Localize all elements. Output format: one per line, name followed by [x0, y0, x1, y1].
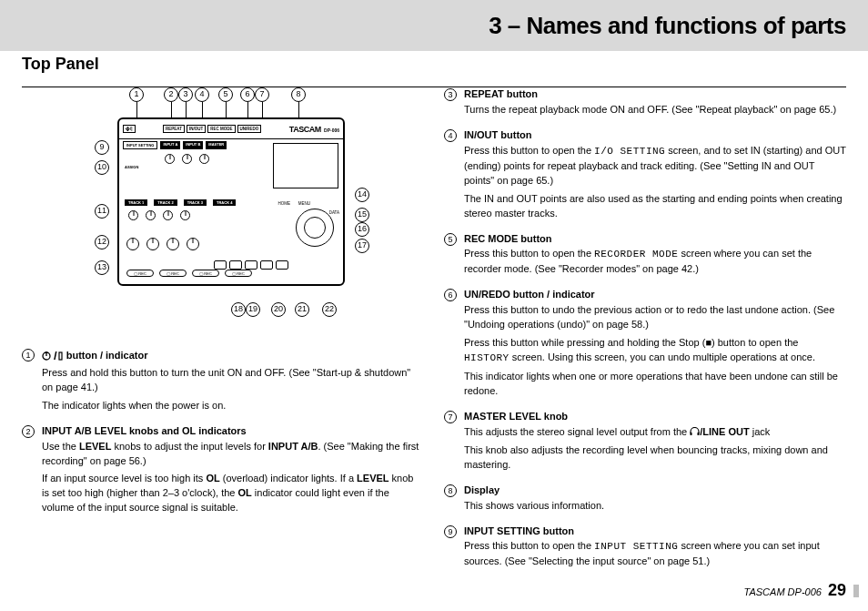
pan-knob-3	[163, 210, 173, 220]
input-b-level-knob	[182, 154, 192, 164]
item-3: 3 REPEAT button Turns the repeat playbac…	[444, 87, 846, 121]
headphone-icon	[690, 426, 700, 437]
callout-22: 22	[322, 302, 337, 317]
item-6: 6 UN/REDO button / indicator Press this …	[444, 288, 846, 402]
callout-1: 1	[129, 87, 144, 102]
svg-rect-3	[691, 433, 692, 435]
product-footer: TASCAM DP-006	[744, 586, 822, 597]
level-knob-4	[187, 238, 199, 250]
callout-18: 18	[231, 302, 246, 317]
page-footer: TASCAM DP-006 29	[744, 581, 846, 600]
unredo-btn-graphic: UN/REDO	[237, 125, 262, 133]
column-right: 3 REPEAT button Turns the repeat playbac…	[444, 87, 846, 580]
rew-btn	[214, 260, 227, 270]
item-number: 2	[22, 425, 35, 438]
item-9: 9 INPUT SETTING button Press this button…	[444, 524, 846, 574]
display-graphic	[273, 143, 338, 188]
callout-19: 19	[246, 302, 260, 317]
item-1: 1 / button / indicator Press and hold th…	[22, 348, 422, 417]
callout-10: 10	[95, 160, 109, 175]
callout-16: 16	[355, 222, 369, 237]
section-title: Top Panel	[22, 55, 868, 74]
level-knob-1	[126, 238, 139, 250]
ff-btn	[229, 260, 242, 270]
pan-knob-1	[128, 210, 138, 220]
rec-btn-3: ◯ REC	[192, 270, 219, 277]
callout-17: 17	[355, 239, 369, 253]
callout-8: 8	[291, 87, 306, 102]
item-title: INPUT A/B LEVEL knobs and OL indicators	[42, 424, 422, 439]
level-knob-3	[167, 238, 179, 250]
level-knob-2	[146, 238, 159, 250]
stop-btn	[245, 260, 257, 270]
top-panel-diagram: 1 2 3 4 5 6 7 8 9 10 11 12 13 14 15 16 1…	[49, 87, 395, 324]
callout-12: 12	[95, 235, 109, 249]
page-tab-mark	[853, 585, 859, 597]
item-para: If an input source level is too high its…	[42, 472, 422, 515]
item-2: 2 INPUT A/B LEVEL knobs and OL indicator…	[22, 424, 422, 520]
item-8: 8 Display This shows various information…	[444, 484, 846, 517]
input-a-level-knob	[165, 154, 175, 164]
chapter-header: 3 – Names and functions of parts	[0, 0, 868, 51]
item-7: 7 MASTER LEVEL knob This adjusts the ste…	[444, 410, 846, 476]
rec-btn-2: ◯ REC	[159, 270, 187, 277]
svg-rect-2	[59, 352, 62, 360]
callout-2: 2	[164, 87, 178, 102]
rec-btn	[276, 260, 288, 270]
callout-6: 6	[240, 87, 255, 102]
column-left: 1 2 3 4 5 6 7 8 9 10 11 12 13 14 15 16 1…	[22, 87, 422, 580]
power-button-graphic: ⏻/|	[123, 125, 136, 133]
pan-knob-2	[146, 210, 156, 220]
master-level-knob	[199, 154, 209, 164]
power-icon: /	[42, 348, 64, 365]
callout-9: 9	[95, 140, 109, 155]
callout-15: 15	[355, 208, 369, 222]
page-number: 29	[828, 581, 846, 599]
item-number: 1	[22, 349, 35, 362]
callout-14: 14	[355, 188, 369, 202]
callout-13: 13	[95, 260, 109, 275]
item-title: / button / indicator	[42, 348, 422, 365]
item-para: Use the LEVEL knobs to adjust the input …	[42, 440, 422, 469]
inout-btn-graphic: IN/OUT	[187, 125, 206, 133]
item-5: 5 REC MODE button Press this button to o…	[444, 232, 846, 281]
rec-btn-4: ◯ REC	[225, 270, 252, 277]
callout-5: 5	[218, 87, 233, 102]
callout-20: 20	[271, 302, 286, 317]
rec-btn-1: ◯ REC	[126, 270, 154, 277]
brand-label: TASCAM	[289, 125, 321, 134]
content-columns: 1 2 3 4 5 6 7 8 9 10 11 12 13 14 15 16 1…	[0, 87, 868, 580]
pan-knob-4	[180, 210, 190, 220]
repeat-btn-graphic: REPEAT	[163, 125, 185, 133]
callout-21: 21	[295, 302, 309, 317]
callout-4: 4	[195, 87, 209, 102]
chapter-title: 3 – Names and functions of parts	[489, 12, 846, 40]
device-outline: ⏻/| REPEAT IN/OUT REC MODE UN/REDO TASCA…	[117, 117, 345, 286]
recmode-btn-graphic: REC MODE	[207, 125, 235, 133]
item-4: 4 IN/OUT button Press this button to ope…	[444, 128, 846, 225]
callout-3: 3	[178, 87, 193, 102]
callout-7: 7	[255, 87, 269, 102]
model-label: DP-006	[324, 127, 339, 133]
callout-11: 11	[95, 204, 109, 219]
play-btn	[260, 260, 273, 270]
